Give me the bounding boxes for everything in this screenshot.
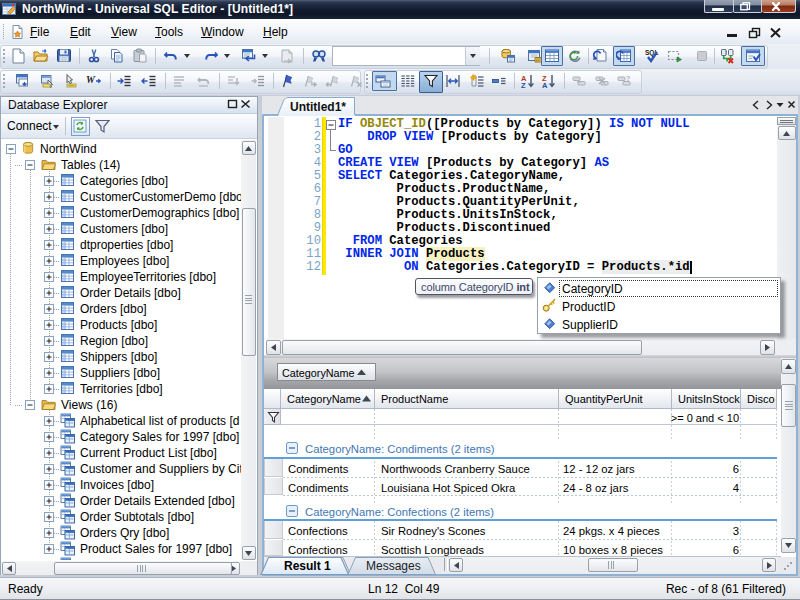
svg-text:W: W xyxy=(86,74,96,85)
svg-text:A: A xyxy=(542,81,548,89)
svg-text:Z: Z xyxy=(521,81,526,89)
svg-text:?: ? xyxy=(626,75,630,82)
